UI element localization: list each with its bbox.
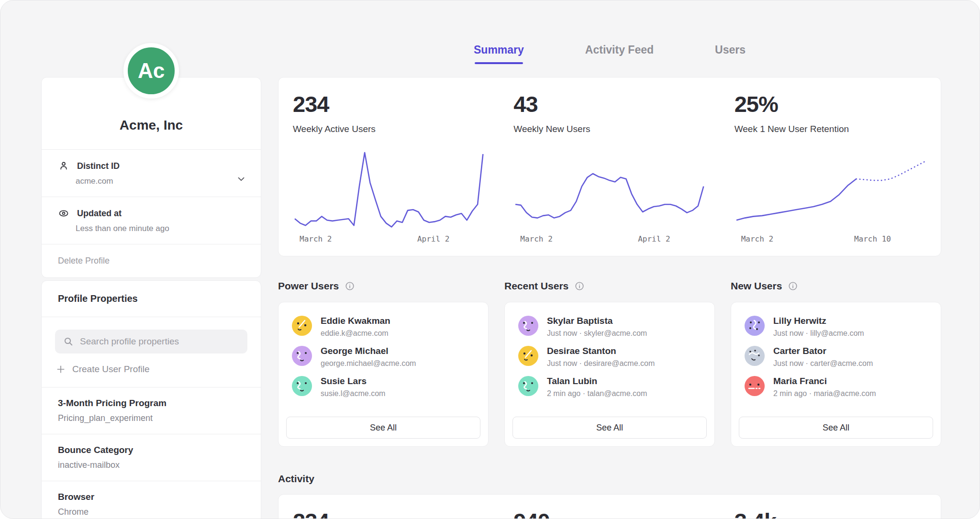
activity-title: Activity	[278, 473, 314, 485]
user-detail: 2 min ago · maria@acme.com	[773, 389, 876, 398]
field-row-updated-at: Updated at Less than one minute ago	[42, 197, 261, 244]
property-row: Bounce Category inactive-mailbox	[42, 434, 261, 481]
avatar-face	[292, 346, 312, 366]
avatar-face	[518, 376, 538, 396]
user-sections: Power Users Eddie Kwakman	[278, 278, 941, 447]
stat-value: 43	[513, 91, 705, 117]
activity-stat: 3.4k	[720, 495, 941, 519]
org-avatar: Ac	[123, 43, 179, 99]
users-card: Eddie Kwakman eddie.k@acme.com George Mi…	[278, 302, 489, 447]
stat-label: Weekly New Users	[513, 124, 705, 134]
activity-value: 940	[513, 508, 705, 519]
user-row[interactable]: George Michael george.michael@acme.com	[292, 346, 475, 368]
see-all-button[interactable]: See All	[512, 417, 707, 439]
avatar-face	[518, 316, 538, 336]
section-new-users: New Users Lilly Herwitz Ju	[731, 278, 941, 447]
avatar-face	[745, 316, 765, 336]
user-name: Maria Franci	[773, 376, 876, 386]
user-row[interactable]: Lilly Herwitz Just now · lilly@acme.com	[745, 316, 927, 338]
user-row[interactable]: Desirae Stanton Just now · desirare@acme…	[518, 346, 701, 368]
user-avatar	[518, 346, 538, 366]
section-title: Power Users	[278, 280, 339, 292]
weekly-new-users-sparkline	[513, 151, 705, 230]
stat-retention: 25% Week 1 New User Retention March 2 Ma…	[720, 77, 941, 256]
profile-properties-card: Profile Properties Create User Pro	[41, 280, 261, 519]
user-row[interactable]: Talan Lubin 2 min ago · talan@acme.com	[518, 376, 701, 398]
x-axis: March 2 April 2	[293, 230, 485, 243]
profile-properties-title: Profile Properties	[42, 281, 261, 317]
user-avatar	[292, 316, 312, 336]
user-row[interactable]: Carter Bator Just now · carter@acme.com	[745, 346, 927, 368]
activity-value: 3.4k	[735, 508, 926, 519]
create-user-profile-label: Create User Profile	[72, 364, 150, 375]
chevron-down-icon[interactable]	[236, 174, 246, 184]
info-icon[interactable]	[788, 281, 798, 291]
stat-weekly-new-users: 43 Weekly New Users March 2 April 2	[499, 77, 720, 256]
activity-stat: 234	[278, 495, 499, 519]
user-name: Eddie Kwakman	[321, 316, 390, 326]
field-value: acme.com	[76, 177, 245, 186]
property-value: Chrome	[58, 507, 245, 517]
user-avatar	[518, 316, 538, 336]
user-avatar	[745, 346, 765, 366]
x-tick-end: March 10	[854, 234, 891, 243]
avatar-face	[518, 346, 538, 366]
summary-card: 234 Weekly Active Users March 2 April 2 …	[278, 77, 941, 256]
plus-icon	[56, 364, 66, 374]
section-title: Recent Users	[504, 280, 568, 292]
info-icon[interactable]	[574, 281, 585, 291]
section-power-users: Power Users Eddie Kwakman	[278, 278, 489, 447]
stat-value: 234	[293, 91, 485, 117]
avatar-face	[292, 376, 312, 396]
user-detail: Just now · carter@acme.com	[773, 359, 873, 368]
search-icon	[63, 336, 74, 347]
avatar-face	[292, 316, 312, 336]
user-row[interactable]: Eddie Kwakman eddie.k@acme.com	[292, 316, 475, 338]
stat-label: Weekly Active Users	[293, 124, 485, 134]
user-row[interactable]: Susie Lars susie.l@acme.com	[292, 376, 475, 398]
x-tick-start: March 2	[520, 234, 552, 243]
field-row-distinct-id: Distinct ID acme.com	[42, 150, 261, 197]
create-user-profile-button[interactable]: Create User Profile	[56, 364, 246, 375]
tab-summary[interactable]: Summary	[474, 44, 524, 64]
user-detail: george.michael@acme.com	[321, 359, 416, 368]
activity-card: 234 940 3.4k	[278, 494, 941, 519]
see-all-button[interactable]: See All	[286, 417, 480, 439]
stat-weekly-active-users: 234 Weekly Active Users March 2 April 2	[278, 77, 499, 256]
field-value: Less than one minute ago	[76, 224, 245, 233]
info-icon[interactable]	[345, 281, 355, 291]
property-name: 3-Month Pricing Program	[58, 398, 245, 409]
tab-users[interactable]: Users	[715, 44, 746, 64]
stat-label: Week 1 New User Retention	[735, 124, 926, 134]
weekly-active-users-sparkline	[293, 151, 485, 230]
user-row[interactable]: Skylar Baptista Just now · skyler@acme.c…	[518, 316, 701, 338]
person-icon	[58, 160, 69, 172]
user-row[interactable]: Maria Franci 2 min ago · maria@acme.com	[745, 376, 927, 398]
app-window: Ac Acme, Inc Distinct ID acme.com	[0, 0, 980, 519]
tab-activity-feed[interactable]: Activity Feed	[585, 44, 654, 64]
activity-value: 234	[293, 508, 485, 519]
user-avatar	[518, 376, 538, 396]
field-label: Updated at	[77, 209, 122, 219]
x-tick-start: March 2	[300, 234, 332, 243]
profile-card: Ac Acme, Inc Distinct ID acme.com	[41, 77, 261, 278]
section-title: New Users	[731, 280, 782, 292]
see-all-button[interactable]: See All	[739, 417, 933, 439]
x-axis: March 2 April 2	[513, 230, 705, 243]
user-detail: 2 min ago · talan@acme.com	[547, 389, 647, 398]
users-card: Lilly Herwitz Just now · lilly@acme.com …	[731, 302, 941, 447]
user-name: Skylar Baptista	[547, 316, 647, 326]
tab-bar: Summary Activity Feed Users	[278, 44, 941, 64]
user-avatar	[745, 376, 765, 396]
x-tick-end: April 2	[638, 234, 670, 243]
activity-stat: 940	[499, 495, 720, 519]
delete-profile-button[interactable]: Delete Profile	[42, 244, 261, 277]
user-detail: Just now · lilly@acme.com	[773, 329, 864, 338]
org-avatar-initials: Ac	[138, 59, 165, 83]
stat-value: 25%	[735, 91, 926, 117]
search-profile-properties-input[interactable]	[55, 330, 247, 353]
user-detail: Just now · desirare@acme.com	[547, 359, 655, 368]
user-avatar	[745, 316, 765, 336]
eye-icon	[58, 208, 69, 219]
user-detail: eddie.k@acme.com	[321, 329, 390, 338]
